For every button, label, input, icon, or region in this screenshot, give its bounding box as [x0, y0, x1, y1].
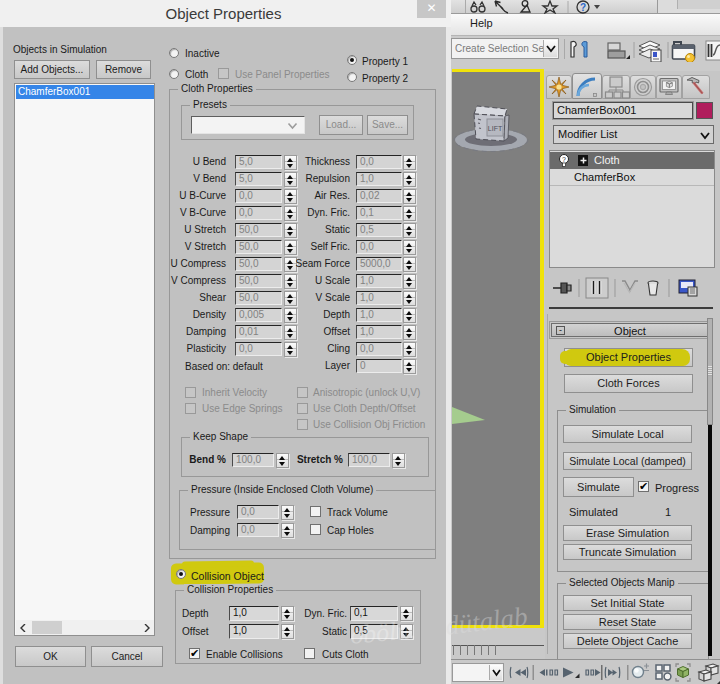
svg-text:LIFT: LIFT [488, 125, 503, 132]
svg-text:?: ? [580, 2, 586, 13]
svg-text:?: ? [562, 156, 566, 163]
